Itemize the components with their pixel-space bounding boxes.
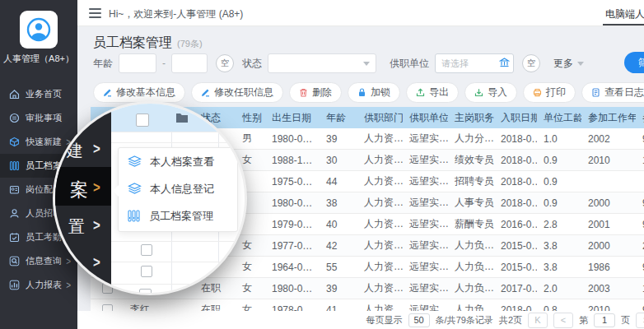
next-page-button[interactable]: > [636, 313, 644, 328]
col-age[interactable]: 年龄 [320, 111, 357, 125]
sidebar-item-label: 员工考勤 [26, 231, 62, 243]
filter-submit-button[interactable]: 筛选 [624, 52, 644, 73]
print-button[interactable]: 打印 [523, 82, 576, 103]
col-tenure[interactable]: 单位工龄 [537, 111, 581, 125]
chevron-down-icon [577, 62, 584, 66]
age-max-input[interactable] [171, 53, 208, 73]
magnified-select-all-checkbox[interactable] [136, 114, 149, 127]
col-department[interactable]: 供职部门 [357, 111, 403, 125]
col-work-start-year[interactable]: 参加工作年度 [581, 111, 636, 125]
approval-icon [9, 113, 20, 123]
col-birth-date[interactable]: 出生日期 [265, 111, 320, 125]
sidebar-item-business-home[interactable]: 业务首页 [0, 82, 77, 106]
status-select[interactable] [268, 53, 376, 73]
age-empty-button[interactable]: 空 [216, 54, 234, 72]
export-icon [416, 88, 425, 97]
cell-tenure: 3.8 [537, 240, 581, 252]
col-job[interactable]: 主岗职务 [448, 111, 494, 125]
button-label: 导出 [429, 86, 449, 100]
unit-empty-button[interactable]: 空 [522, 54, 540, 72]
cell-unit: 远望实… [403, 217, 448, 231]
sidebar-item-approvals[interactable]: 审批事项 [0, 106, 77, 130]
position-icon [9, 184, 20, 195]
cell-age: 30 [320, 155, 357, 166]
print-icon [533, 88, 542, 97]
cell-unit: 远望实… [403, 239, 448, 253]
trash-icon [299, 88, 308, 97]
cell-tenure: 2.8 [537, 219, 581, 230]
age-min-input[interactable] [119, 53, 156, 73]
submenu-pointer-arrow [113, 185, 119, 197]
building-icon[interactable] [499, 58, 510, 71]
lock-button[interactable]: 加锁 [348, 82, 400, 103]
prev-page-button[interactable]: < [553, 313, 573, 328]
cell-gender: 女 [236, 260, 265, 274]
edit-basic-info-button[interactable]: 修改基本信息 [93, 82, 185, 103]
col-unit[interactable]: 供职单位 [403, 111, 448, 125]
cell-age: 40 [320, 219, 357, 230]
magnified-row-checkbox[interactable] [141, 266, 152, 277]
import-button[interactable]: 导入 [464, 82, 517, 103]
cell-hire-date: 2015-0… [494, 262, 537, 273]
edit-job-info-button[interactable]: 修改任职信息 [191, 82, 283, 103]
home-icon [9, 89, 20, 100]
cell-job: 人力负… [448, 281, 494, 295]
view-log-button[interactable]: 查看日志 [581, 82, 644, 103]
page-prefix-label: 第 [579, 314, 588, 327]
cell-job: 人力分… [448, 132, 494, 146]
archive-submenu: 本人档案查看 本人信息登记 员工档案管理 [118, 147, 238, 232]
cell-birth-date: 1980-0… [265, 197, 320, 209]
button-label: 修改基本信息 [116, 86, 175, 100]
app-logo[interactable] [20, 11, 58, 49]
person-logo-icon [25, 16, 53, 44]
first-page-button[interactable]: K [528, 313, 548, 328]
cell-tenure: 2.0 [537, 283, 581, 294]
cell-job: 绩效专员 [448, 153, 494, 167]
submenu-item-employee-archive-mgmt[interactable]: 员工档案管理 [119, 202, 237, 229]
cell-tenure: 0.9 [537, 197, 581, 209]
sidebar-item-label: 业务首页 [26, 88, 62, 100]
magnified-row-checkbox[interactable] [139, 289, 152, 295]
col-work-extra[interactable]: 参加工作 [636, 111, 644, 125]
cell-job: 人力负… [448, 260, 494, 274]
page-number-value: 1 [602, 315, 607, 325]
sidebar-item-hr-reports[interactable]: 人力报表 > [0, 273, 77, 297]
tab-pc-hr[interactable]: 电脑端人事管理 [605, 7, 644, 21]
submenu-item-label: 本人信息登记 [150, 182, 214, 197]
per-page-input[interactable]: 50 [408, 313, 430, 327]
magnified-row-checkbox[interactable] [141, 244, 152, 256]
cell-department: 人力资… [357, 153, 403, 167]
status-label: 状态 [242, 57, 262, 71]
cell-work-start-year: 2000 [581, 240, 636, 252]
button-label: 加锁 [371, 86, 390, 100]
submenu-item-self-info-register[interactable]: 本人信息登记 [119, 175, 237, 202]
cell-department: 人力资… [357, 196, 403, 210]
delete-button[interactable]: 删除 [289, 82, 342, 103]
cell-gender: 男 [236, 132, 265, 146]
col-gender[interactable]: 性别 [236, 111, 265, 125]
cell-job: 薪酬专员 [448, 217, 494, 231]
cell-work-extra: 9 [636, 197, 644, 209]
topbar: Hi~，欢迎来到-人事管理 (A8+) 电脑端人事管理 [77, 0, 644, 26]
pagination-bar: 每页显示 50 条/共79条记录 共2页 K < 第 1 页 > [77, 311, 644, 329]
hamburger-menu-icon[interactable] [89, 8, 101, 21]
chevron-right-icon: > [93, 178, 100, 196]
total-pages-text: 共2页 [499, 314, 522, 327]
sidebar-item-info-query[interactable]: 信息查询 > [0, 249, 77, 273]
magnified-text-fragment: 案 [70, 178, 88, 202]
submenu-item-view-own-archive[interactable]: 本人档案查看 [119, 148, 237, 175]
attendance-calendar-icon [9, 232, 20, 243]
col-hire-date[interactable]: 入职日期 [494, 111, 537, 125]
app-window: 人事管理（A8+） 业务首页 审批事项 快速新建 > 员工档案 岗位配置 [0, 0, 644, 329]
button-label: 删除 [312, 86, 332, 100]
cell-unit: 远望实… [403, 174, 448, 188]
cell-hire-date: 2018-0… [494, 155, 537, 166]
cell-work-start-year: 2001 [581, 219, 636, 230]
cell-hire-date: 2016-0… [494, 219, 537, 230]
page-number-input[interactable]: 1 [594, 313, 615, 327]
magnified-gridline [111, 142, 247, 143]
export-button[interactable]: 导出 [406, 82, 459, 103]
cell-tenure: 0.9 [537, 155, 581, 166]
cell-department: 人力资… [357, 239, 403, 253]
more-filters-button[interactable]: 更多 [553, 57, 584, 71]
